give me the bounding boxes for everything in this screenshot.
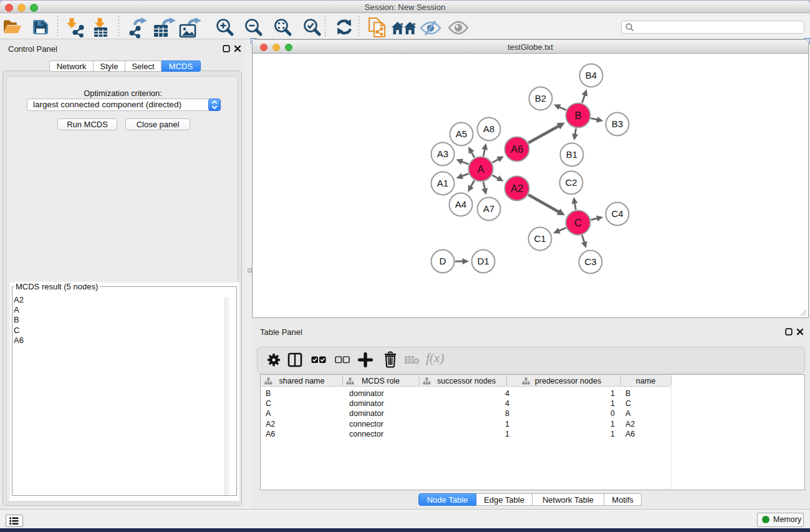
svg-text:A4: A4: [455, 199, 466, 210]
svg-text:A1: A1: [437, 178, 448, 188]
svg-text:A5: A5: [456, 128, 467, 139]
svg-text:A: A: [477, 163, 484, 175]
svg-text:B: B: [574, 110, 581, 121]
svg-text:C2: C2: [565, 177, 577, 188]
svg-text:D1: D1: [477, 256, 489, 266]
svg-text:D: D: [440, 256, 446, 266]
svg-text:A8: A8: [483, 123, 494, 134]
svg-text:C: C: [574, 217, 582, 228]
svg-text:B1: B1: [566, 149, 577, 160]
svg-text:A7: A7: [483, 203, 494, 214]
svg-text:B4: B4: [586, 70, 597, 80]
svg-text:C4: C4: [611, 208, 623, 219]
svg-text:C3: C3: [584, 256, 596, 267]
svg-text:A3: A3: [437, 148, 448, 159]
svg-text:A2: A2: [511, 183, 523, 194]
svg-text:B2: B2: [535, 93, 546, 104]
svg-text:A6: A6: [511, 143, 523, 155]
svg-text:C1: C1: [534, 233, 546, 244]
svg-text:B3: B3: [612, 118, 623, 129]
